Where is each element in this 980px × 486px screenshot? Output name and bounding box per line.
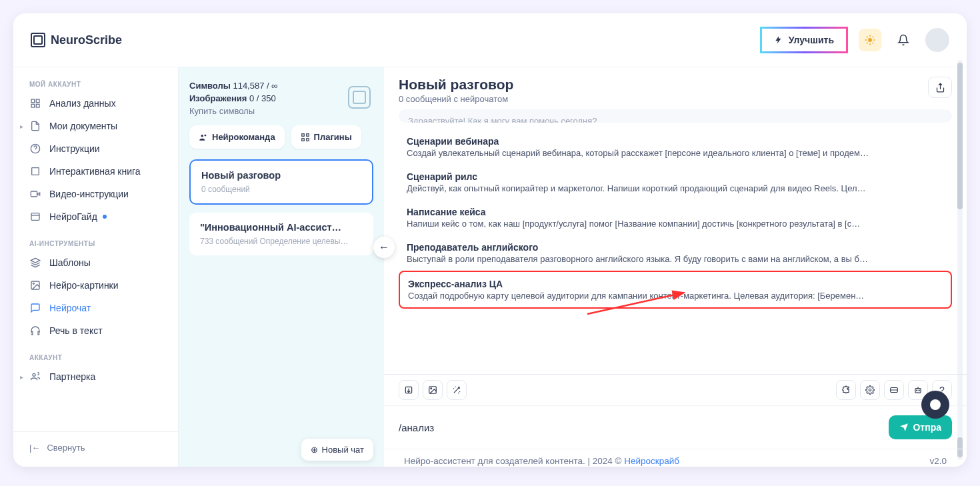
template-item-highlighted[interactable]: Экспресс-анализ ЦА Создай подробную карт… [399,271,952,309]
template-title: Экспресс-анализ ЦА [408,279,943,289]
svg-point-22 [204,134,206,136]
notifications-icon[interactable] [892,29,915,51]
template-item[interactable]: Сценарий рилс Действуй, как опытный копи… [399,165,952,200]
template-item[interactable]: Сценарии вебинара Создай увлекательный с… [399,129,952,165]
usage-icon [348,86,371,109]
collapse-chatlist-button[interactable]: ← [373,237,395,258]
conversation-title: "Инновационный AI-ассист… [200,222,363,233]
attach-image-icon[interactable] [423,380,443,400]
svg-rect-24 [306,133,309,136]
svg-point-20 [33,373,35,376]
svg-rect-11 [31,104,35,107]
conversation-card[interactable]: Новый разговор 0 сообщений [189,159,373,205]
svg-point-36 [919,390,919,391]
svg-point-31 [869,389,871,391]
footer: Нейро-ассистент для создателей контента.… [384,449,967,467]
header-right: Улучшить [760,27,949,53]
svg-rect-23 [301,133,304,136]
template-title: Написание кейса [407,207,944,217]
chevron-right-icon: ▸ [20,123,23,130]
nav-label: Шаблоны [49,257,91,268]
send-button[interactable]: Отпра [889,415,952,439]
svg-rect-10 [36,99,39,103]
dot-badge [103,215,107,219]
section-account: МОЙ АККАУНТ [13,77,178,92]
composer-input-row: /анализ Отпра [384,406,967,449]
nav-label: Интерактивная книга [49,166,141,177]
avatar[interactable] [925,28,949,52]
svg-rect-25 [301,138,304,141]
chip-row: Нейрокоманда Плагины [189,125,373,149]
improve-button[interactable]: Улучшить [760,27,848,53]
nav-partner[interactable]: ▸ Партнерка [13,365,178,388]
svg-line-7 [867,43,868,44]
template-item[interactable]: Написание кейса Напиши кейс о том, как н… [399,200,952,235]
nav-neuroguide[interactable]: НейроГайд [13,205,178,228]
template-desc: Выступай в роли преподавателя разговорно… [407,254,944,264]
plugins-chip[interactable]: Плагины [291,125,361,149]
headphones-icon [29,325,41,337]
users-icon [29,371,41,383]
team-chip[interactable]: Нейрокоманда [189,125,285,149]
share-button[interactable] [928,77,952,98]
svg-point-30 [431,388,432,389]
nav-label: Мои документы [49,121,117,131]
svg-rect-16 [31,213,39,221]
template-item[interactable]: Преподаватель английского Выступай в рол… [399,235,952,271]
template-title: Сценарии вебинара [407,136,944,147]
nav-analytics[interactable]: Анализ данных [13,92,178,115]
improve-label: Улучшить [789,35,834,45]
nav-templates[interactable]: Шаблоны [13,251,178,274]
footer-link[interactable]: Нейроскрайб [624,456,679,466]
svg-point-0 [868,38,872,42]
nav-video[interactable]: Видео-инструкции [13,183,178,205]
buy-symbols-link[interactable]: Купить символы [189,106,373,116]
theme-toggle[interactable] [859,29,881,51]
version: v2.0 [929,456,947,466]
nav-instructions[interactable]: Инструкции [13,137,178,160]
attach-file-icon[interactable] [399,380,419,400]
composer-toolbar: ? [384,375,967,406]
main: Новый разговор 0 сообщений с нейрочатом … [384,67,967,467]
nav-label: Речь в текст [49,325,103,336]
conversation-sub: 733 сообщений Определение целевы… [200,237,363,246]
magic-icon[interactable] [447,380,467,400]
svg-rect-12 [36,104,39,107]
template-desc: Создай увлекательный сценарий вебинара, … [407,148,944,158]
chat-title: Новый разговор [399,77,513,93]
greeting-bubble: Здравствуйте! Как я могу вам помочь сего… [399,109,952,123]
template-title: Сценарий рилс [407,171,944,182]
nav-neurochat[interactable]: Нейрочат [13,297,178,319]
conversation-title: Новый разговор [201,170,361,181]
svg-rect-14 [32,168,39,175]
nav-label: НейроГайд [49,211,97,222]
chat-fab[interactable] [921,391,949,419]
body: МОЙ АККАУНТ Анализ данных ▸ Мои документ… [13,67,967,467]
svg-rect-26 [306,138,309,141]
conversation-card[interactable]: "Инновационный AI-ассист… 733 сообщений … [189,213,373,255]
nav-images[interactable]: Нейро-картинки [13,274,178,297]
nav-documents[interactable]: ▸ Мои документы [13,115,178,137]
puzzle-icon[interactable] [836,380,856,400]
help-icon [29,143,41,155]
new-chat-button[interactable]: ⊕ Новый чат [301,439,373,461]
document-icon [29,120,41,132]
rocket-icon [774,35,783,45]
composer-input[interactable]: /анализ [399,422,889,433]
book-icon [29,165,41,177]
brand-name: NeuroScribe [51,33,122,47]
nav-interactive-book[interactable]: Интерактивная книга [13,160,178,183]
chat-icon [29,302,41,314]
app-frame: NeuroScribe Улучшить МОЙ АККАУНТ А [13,13,967,467]
sidebar-collapse[interactable]: |← Свернуть [13,431,178,463]
brand[interactable]: NeuroScribe [31,33,122,47]
users-icon [199,133,208,142]
nav-speech[interactable]: Речь в текст [13,319,178,342]
grid-icon [29,97,41,109]
nav-label: Инструкции [49,143,100,154]
grid-icon [301,133,310,142]
settings-icon[interactable] [860,380,880,400]
symbols-usage: Символы 114,587 / ∞ [189,81,373,91]
library-icon[interactable] [884,380,904,400]
chatlist-panel: Символы 114,587 / ∞ Изображения 0 / 350 … [179,67,384,467]
